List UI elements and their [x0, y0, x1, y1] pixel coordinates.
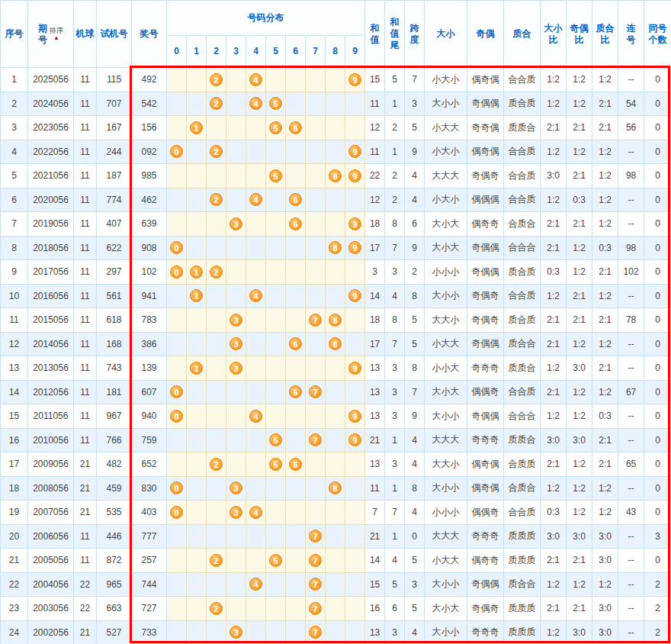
digit-header-3: 3 — [226, 36, 246, 68]
digit-ball: 3 — [230, 626, 242, 639]
size-pattern-cell: 大大大 — [425, 524, 467, 549]
size-pattern-cell: 小小小 — [425, 501, 467, 525]
parity-ratio-cell: 1:2 — [567, 404, 592, 429]
digit-cell-6 — [286, 92, 306, 116]
machine-cell: 11 — [74, 549, 97, 573]
prime-ratio-cell: 2:1 — [592, 308, 618, 333]
size-ratio-cell: 2:1 — [541, 116, 567, 140]
digit-ball: 9 — [348, 433, 361, 446]
digit-cell-4 — [246, 164, 266, 188]
prime-pattern-cell: 合合合 — [504, 236, 541, 260]
period-cell: 2017056 — [28, 260, 74, 285]
size-pattern-cell: 小大小 — [425, 188, 467, 212]
consecutive-cell: -- — [618, 356, 644, 381]
digit-cell-8 — [326, 428, 345, 452]
digit-cell-6 — [286, 572, 306, 597]
consecutive-cell: -- — [618, 68, 644, 92]
seq-cell: 7 — [1, 212, 28, 237]
span-cell: 8 — [405, 356, 425, 381]
digit-cell-0: 0 — [167, 260, 187, 285]
digit-ball: 8 — [329, 337, 342, 350]
size-pattern-cell: 小大大 — [425, 332, 467, 356]
digit-ball: 6 — [289, 458, 302, 471]
sum-tail-cell: 1 — [385, 476, 405, 501]
digit-cell-0: 0 — [167, 476, 187, 501]
digit-ball: 0 — [170, 410, 183, 423]
sum-tail-cell: 7 — [385, 501, 405, 525]
digit-ball: 1 — [190, 121, 203, 134]
test-number-cell: 743 — [97, 356, 132, 381]
prize-number-cell: 733 — [132, 620, 167, 644]
digit-cell-5 — [266, 140, 286, 164]
digit-cell-6: 6 — [286, 380, 306, 404]
digit-ball: 7 — [309, 602, 322, 615]
sum-tail-cell: 3 — [385, 452, 405, 477]
digit-cell-9 — [345, 332, 365, 356]
digit-cell-1 — [187, 92, 207, 116]
digit-cell-0 — [167, 428, 187, 452]
prize-number-cell: 492 — [132, 68, 167, 92]
sum-cell: 18 — [365, 212, 385, 237]
consecutive-cell: 65 — [618, 452, 644, 477]
test-number-cell: 622 — [97, 236, 132, 260]
consecutive-cell: 102 — [618, 260, 644, 285]
digit-cell-2 — [207, 404, 226, 429]
sum-tail-cell: 3 — [385, 356, 405, 381]
period-sort-control[interactable]: 排序 ▲ — [50, 27, 63, 41]
test-number-cell: 187 — [97, 164, 132, 188]
col-header-parity-pattern: 奇偶 — [467, 1, 504, 68]
span-cell: 4 — [405, 428, 425, 452]
digit-cell-2 — [207, 476, 226, 501]
digit-cell-5: 5 — [266, 164, 286, 188]
digit-cell-7: 7 — [306, 597, 326, 621]
prize-number-cell: 542 — [132, 92, 167, 116]
table-row: 112015056116187833781885大大小奇偶奇质合质2:12:12… — [1, 308, 671, 333]
sum-tail-cell: 3 — [385, 380, 405, 404]
size-ratio-cell: 2:1 — [541, 212, 567, 237]
col-header-period[interactable]: 期 号 排序 ▲ — [28, 1, 74, 68]
digit-ball: 2 — [210, 266, 223, 279]
digit-cell-7: 7 — [306, 308, 326, 333]
digit-cell-4 — [246, 620, 266, 644]
prize-number-cell: 092 — [132, 140, 167, 164]
sum-tail-cell: 1 — [385, 428, 405, 452]
parity-ratio-cell: 2:1 — [567, 284, 592, 308]
test-number-cell: 446 — [97, 524, 132, 549]
same-count-cell: 2 — [644, 597, 671, 621]
digit-cell-6 — [286, 524, 306, 549]
digit-header-5: 5 — [266, 36, 286, 68]
digit-cell-2 — [207, 572, 226, 597]
digit-ball: 5 — [269, 121, 282, 134]
prime-pattern-cell: 合质质 — [504, 452, 541, 477]
test-number-cell: 167 — [97, 116, 132, 140]
digit-cell-1 — [187, 68, 207, 92]
parity-pattern-cell: 偶奇奇 — [467, 212, 504, 237]
digit-cell-5 — [266, 260, 286, 285]
span-cell: 4 — [405, 188, 425, 212]
sum-tail-cell: 8 — [385, 308, 405, 333]
span-cell: 3 — [405, 572, 425, 597]
digit-cell-4 — [246, 452, 266, 477]
digit-cell-4 — [246, 524, 266, 549]
digit-cell-0 — [167, 308, 187, 333]
period-cell: 2021056 — [28, 164, 74, 188]
same-count-cell: 0 — [644, 92, 671, 116]
digit-cell-5 — [266, 212, 286, 237]
size-ratio-cell: 1:2 — [541, 572, 567, 597]
machine-cell: 11 — [74, 284, 97, 308]
span-cell: 0 — [405, 524, 425, 549]
digit-cell-8 — [326, 452, 345, 477]
machine-cell: 11 — [74, 332, 97, 356]
span-cell: 8 — [405, 476, 425, 501]
consecutive-cell: 56 — [618, 116, 644, 140]
size-ratio-cell: 3:0 — [541, 164, 567, 188]
prize-number-cell: 462 — [132, 188, 167, 212]
span-cell: 5 — [405, 308, 425, 333]
consecutive-cell: -- — [618, 524, 644, 549]
sum-cell: 11 — [365, 476, 385, 501]
digit-cell-8: 8 — [326, 308, 345, 333]
digit-ball: 4 — [249, 193, 262, 206]
period-cell: 2008056 — [28, 476, 74, 501]
digit-cell-4: 4 — [246, 92, 266, 116]
sum-tail-cell: 3 — [385, 620, 405, 644]
